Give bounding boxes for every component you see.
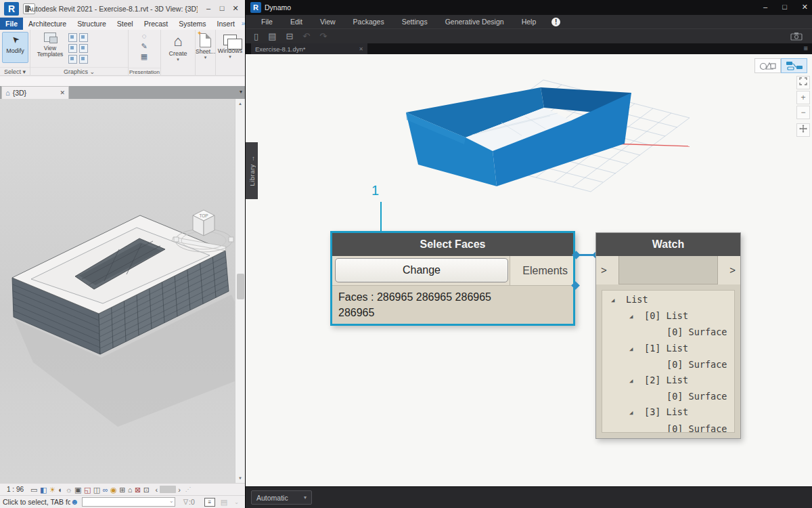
watch-node[interactable]: Watch > > ◢List ◢[0] List [0] Surface ◢[… — [595, 232, 741, 439]
status-dropdown-icon[interactable]: ⌄ — [234, 499, 239, 505]
open-file-icon[interactable]: ▤ — [268, 30, 276, 43]
press-drag-icon[interactable]: ▤ — [221, 498, 227, 507]
scroll-down-icon[interactable]: ▼ — [235, 473, 245, 483]
menu-edit[interactable]: Edit — [281, 15, 311, 28]
visibility-graphics-icon[interactable] — [68, 33, 77, 42]
scroll-left-icon[interactable]: ‹ — [153, 486, 160, 494]
export-image-camera-icon[interactable] — [790, 32, 803, 41]
sheet-dropdown-icon[interactable]: ▾ — [196, 55, 215, 60]
sheet-icon[interactable]: ✦ — [200, 33, 211, 47]
analytical-model-icon[interactable]: ⊠ — [135, 484, 141, 495]
presentation-icon-2[interactable]: ✎ — [138, 42, 150, 51]
create-dropdown-icon[interactable]: ▾ — [161, 57, 195, 62]
select-panel-label[interactable]: Select ▾ — [0, 67, 30, 75]
menu-view[interactable]: View — [311, 15, 344, 28]
list-item[interactable]: [0] Surface — [602, 357, 734, 373]
expander-icon[interactable]: ◢ — [629, 405, 644, 421]
watch-list[interactable]: ◢List ◢[0] List [0] Surface ◢[1] List [0… — [602, 290, 735, 433]
menu-help[interactable]: Help — [513, 15, 545, 28]
view-tab-list-icon[interactable]: ▾ — [240, 89, 242, 95]
geometry-view-toggle-button[interactable] — [754, 58, 781, 73]
elements-output-port[interactable]: Elements — [510, 256, 573, 285]
list-item[interactable]: ◢[2] List — [602, 373, 734, 389]
view-tab-3d[interactable]: ⌂ {3D} ✕ — [1, 86, 69, 99]
lock-3d-view-icon[interactable]: ◫ — [93, 484, 100, 495]
viewcube-top-face[interactable]: TOP — [199, 213, 208, 218]
tab-menu-icon[interactable]: ≡ — [804, 44, 808, 52]
list-item[interactable]: ◢[0] List — [602, 308, 734, 324]
list-item[interactable]: ◢List — [602, 292, 734, 308]
list-item[interactable]: ◢[3] List — [602, 404, 734, 421]
create-house-icon[interactable]: ⌂ — [161, 33, 195, 50]
zoom-fit-button[interactable] — [796, 76, 810, 89]
zoom-in-button[interactable]: + — [796, 91, 810, 104]
displacement-sets-icon[interactable]: ⌂ — [128, 484, 133, 495]
presentation-icon-1[interactable]: ◌ — [138, 32, 150, 41]
tab-structure[interactable]: Structure — [72, 18, 112, 30]
expander-icon[interactable]: ◢ — [629, 309, 644, 324]
list-item[interactable]: [0] Surface — [602, 421, 734, 433]
remove-hidden-lines-icon[interactable] — [68, 55, 77, 64]
windows-icon[interactable] — [223, 35, 237, 45]
view-scale[interactable]: 1 : 96 — [7, 486, 24, 493]
reveal-hidden-elements-icon[interactable]: ◉ — [110, 484, 117, 495]
minimize-button[interactable]: – — [202, 0, 215, 18]
editable-only-icon[interactable]: ≡ — [204, 498, 215, 507]
scroll-up-icon[interactable]: ▲ — [235, 99, 245, 108]
pan-button[interactable] — [796, 123, 810, 137]
zoom-out-button[interactable]: − — [796, 106, 810, 119]
maximize-button[interactable]: □ — [782, 0, 787, 15]
close-tab-icon[interactable]: ✕ — [359, 46, 363, 52]
view-templates-button[interactable]: View Templates — [35, 32, 66, 66]
horizontal-scrollbar[interactable]: ‹ › ⋰ — [153, 486, 190, 494]
sun-path-icon[interactable]: ☀ — [49, 484, 56, 495]
new-file-icon[interactable]: ▯ — [254, 30, 258, 43]
crop-view-icon[interactable]: ▣ — [74, 484, 81, 495]
temporary-hide-isolate-icon[interactable]: ∞ — [103, 484, 108, 495]
menu-packages[interactable]: Packages — [344, 15, 393, 28]
annotation-number[interactable]: 1 — [371, 183, 379, 198]
expander-icon[interactable]: ◢ — [611, 293, 626, 308]
save-file-icon[interactable]: ⊟ — [286, 30, 293, 43]
tab-insert[interactable]: Insert — [212, 18, 240, 30]
modify-button[interactable]: ➤ Modify — [2, 32, 28, 63]
menu-file[interactable]: File — [252, 15, 281, 28]
geometry-preview-3d[interactable] — [366, 58, 704, 200]
filters-icon[interactable] — [79, 33, 88, 42]
maximize-button[interactable]: □ — [215, 0, 229, 18]
combo-dropdown-icon[interactable]: ⌄ — [169, 498, 174, 504]
shadows-icon[interactable]: ◐ — [58, 484, 63, 495]
library-panel-tab[interactable]: Library → — [246, 142, 258, 199]
run-mode-select[interactable]: Automatic ▾ — [251, 490, 312, 505]
windows-dropdown-icon[interactable]: ▾ — [216, 54, 244, 60]
thin-lines-icon[interactable] — [68, 44, 77, 53]
minimize-button[interactable]: – — [763, 0, 767, 15]
list-item[interactable]: [0] Surface — [602, 389, 734, 404]
tab-steel[interactable]: Steel — [112, 18, 139, 30]
undo-icon[interactable]: ↶ — [302, 30, 310, 43]
notification-icon[interactable]: ! — [551, 18, 560, 26]
constraints-icon[interactable]: ⊡ — [143, 484, 150, 495]
close-button[interactable]: ✕ — [229, 0, 242, 18]
watch-input-port[interactable]: > — [596, 256, 619, 284]
watch-node-header[interactable]: Watch — [596, 233, 740, 256]
list-item[interactable]: [0] Surface — [602, 324, 734, 340]
sketchy-lines-icon[interactable]: ☼ — [65, 484, 72, 495]
menu-generative-design[interactable]: Generative Design — [436, 15, 513, 28]
viewcube[interactable]: TOP — [173, 202, 235, 259]
revit-logo-icon[interactable]: R — [4, 2, 19, 16]
visual-style-icon[interactable]: ◧ — [40, 484, 47, 495]
presentation-icon-3[interactable]: ▦ — [138, 52, 150, 61]
graphics-panel-label[interactable]: Graphics ⌄ — [30, 67, 128, 75]
presentation-panel-label[interactable]: Presentation — [129, 68, 160, 75]
show-hidden-lines-icon[interactable] — [79, 44, 88, 53]
redo-icon[interactable]: ↷ — [319, 30, 327, 43]
list-item[interactable]: ◢[1] List — [602, 341, 734, 357]
workspace-tab[interactable]: Exercise-8.1.dyn* ✕ — [251, 43, 367, 54]
tab-precast[interactable]: Precast — [139, 18, 174, 30]
dynamo-graph-canvas[interactable]: + − Library → 1 Select Faces — [246, 54, 812, 486]
select-faces-node-header[interactable]: Select Faces — [332, 233, 573, 256]
select-faces-node[interactable]: Select Faces Change Elements Faces : 286… — [330, 231, 575, 326]
show-rendering-dialog-icon[interactable]: ▭ — [30, 484, 37, 495]
worksharing-user-icon[interactable]: ☻ — [70, 497, 79, 507]
